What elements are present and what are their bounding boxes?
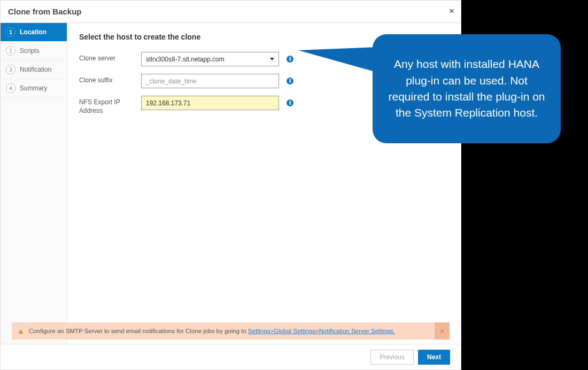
info-icon[interactable]	[287, 76, 293, 84]
step-number: 2	[6, 46, 16, 56]
step-number: 3	[6, 65, 16, 74]
clone-server-select[interactable]: stlrx300s8-7.stl.netapp.com	[141, 52, 279, 66]
wizard-sidebar: 1 Location 2 Scripts 3 Notification 4 Su…	[1, 23, 67, 369]
close-icon[interactable]: ×	[449, 6, 454, 17]
step-label: Notification	[20, 66, 51, 73]
step-number: 4	[6, 83, 16, 93]
nfs-ip-input[interactable]	[141, 96, 279, 110]
nfs-ip-control	[141, 96, 279, 110]
step-scripts[interactable]: 2 Scripts	[1, 42, 67, 60]
smtp-warning-text: Configure an SMTP Server to send email n…	[29, 328, 246, 334]
smtp-warning-bar: ▲ Configure an SMTP Server to send email…	[12, 322, 450, 340]
warning-icon: ▲	[17, 327, 25, 335]
next-button[interactable]: Next	[418, 350, 450, 365]
dismiss-warning-icon[interactable]: ×	[435, 322, 450, 340]
chevron-down-icon	[270, 58, 274, 60]
dialog-title: Clone from Backup	[8, 7, 82, 16]
info-icon[interactable]	[287, 98, 293, 106]
step-number: 1	[6, 27, 16, 37]
wizard-footer: Previous Next	[1, 344, 461, 369]
clone-suffix-label: Clone suffix	[79, 74, 141, 85]
previous-button: Previous	[370, 350, 414, 365]
dialog-titlebar: Clone from Backup ×	[1, 1, 461, 23]
step-location[interactable]: 1 Location	[1, 23, 67, 42]
nfs-ip-label: NFS Export IP Address	[79, 96, 141, 115]
smtp-settings-link[interactable]: Settings>Global Settings>Notification Se…	[248, 328, 395, 334]
callout-text: Any host with installed HANA plug-in can…	[386, 56, 547, 121]
clone-server-control: stlrx300s8-7.stl.netapp.com	[141, 52, 279, 66]
step-label: Location	[20, 28, 47, 36]
clone-suffix-input[interactable]	[141, 74, 279, 88]
step-label: Summary	[20, 84, 47, 92]
step-label: Scripts	[20, 47, 40, 55]
clone-server-label: Clone server	[79, 52, 141, 63]
clone-server-value: stlrx300s8-7.stl.netapp.com	[146, 56, 225, 63]
clone-suffix-control	[141, 74, 279, 88]
info-icon[interactable]	[287, 55, 293, 63]
annotation-callout: Any host with installed HANA plug-in can…	[373, 34, 561, 143]
step-summary[interactable]: 4 Summary	[1, 79, 67, 98]
step-notification[interactable]: 3 Notification	[1, 60, 67, 79]
